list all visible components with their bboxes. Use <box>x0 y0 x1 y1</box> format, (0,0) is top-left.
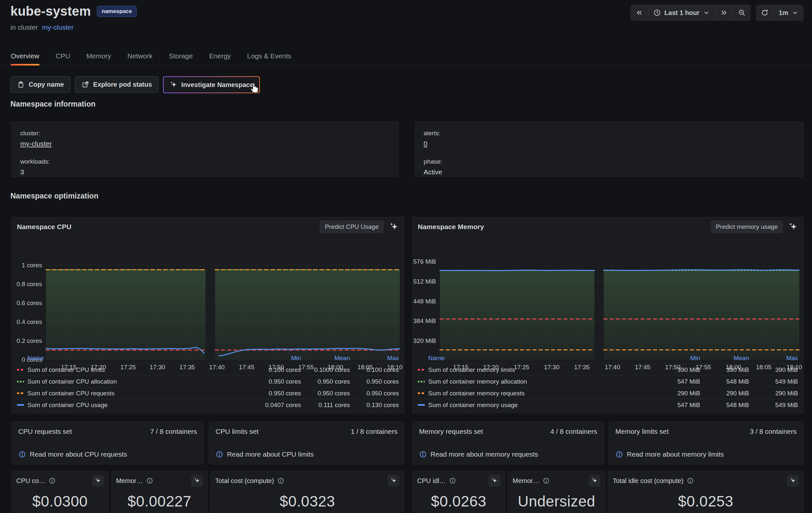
memory-requests-set-card: Memory requests set4 / 8 containersRead … <box>412 421 604 464</box>
svg-text:512 MiB: 512 MiB <box>413 278 436 285</box>
refresh-icon <box>761 9 768 17</box>
info-circle-icon[interactable] <box>277 477 284 484</box>
legend-value: 0.950 cores <box>252 390 301 397</box>
legend-value: 0.950 cores <box>350 378 399 385</box>
predict-cpu-button[interactable]: Predict CPU Usage <box>320 220 384 233</box>
read-more-link[interactable]: Read more about memory limits <box>615 450 724 458</box>
svg-text:0.8 cores: 0.8 cores <box>17 281 42 288</box>
time-shift-forward-button[interactable] <box>715 5 733 21</box>
legend-series-label[interactable]: Sum of container memory requests <box>418 390 651 397</box>
refresh-button[interactable] <box>756 5 774 21</box>
legend-value: 547 MiB <box>651 378 700 385</box>
tab-logs-events[interactable]: Logs & Events <box>247 47 291 65</box>
legend-value: 0.111 cores <box>301 401 350 409</box>
legend-value: 0.950 cores <box>252 378 301 385</box>
tab-network[interactable]: Network <box>127 47 153 65</box>
legend-value: 547 MiB <box>651 401 700 409</box>
sparkle-icon <box>94 478 101 484</box>
info-circle-icon <box>146 477 153 484</box>
stat-title: Memor… <box>116 477 143 485</box>
subtitle-prefix: in cluster <box>10 24 38 31</box>
read-more-label: Read more about memory limits <box>627 450 724 458</box>
legend-value: 549 MiB <box>749 401 798 409</box>
stat-title: Total idle cost (compute) <box>613 477 684 485</box>
stat-value: Undersized <box>508 492 605 510</box>
legend-series-label[interactable]: Sum of container CPU limits <box>17 366 252 373</box>
ai-sparkle-button[interactable] <box>92 475 104 487</box>
tab-label: Logs & Events <box>247 52 291 60</box>
card-title: CPU limits set <box>215 428 259 435</box>
namespace-badge: namespace <box>97 6 137 17</box>
legend-value: 290 MiB <box>749 390 798 397</box>
legend-value: 548 MiB <box>700 401 749 409</box>
ai-sparkle-button[interactable] <box>388 475 400 487</box>
panel-header: Namespace MemoryPredict memory usage <box>412 217 803 236</box>
legend-header-max: Max <box>350 355 399 362</box>
ai-sparkle-button[interactable] <box>489 475 500 487</box>
info-circle-icon[interactable] <box>543 477 550 484</box>
legend-series-label[interactable]: Sum of container CPU usage <box>17 401 252 409</box>
memory-chart-canvas[interactable]: 576 MiB512 MiB448 MiB384 MiB320 MiB17:15… <box>412 236 803 370</box>
ai-sparkle-button[interactable] <box>389 222 399 232</box>
stat-value: $0.0253 <box>608 492 803 510</box>
ai-sparkle-button[interactable] <box>787 475 799 487</box>
legend-row: Sum of container memory allocation547 Mi… <box>418 375 798 387</box>
tab-storage[interactable]: Storage <box>169 47 193 65</box>
sparkle-icon <box>491 478 498 484</box>
time-range-picker[interactable]: Last 1 hour <box>648 5 715 21</box>
ai-sparkle-button[interactable] <box>191 475 203 487</box>
tab-overview[interactable]: Overview <box>11 47 39 65</box>
total-cost-compute-stat-panel: Total cost (compute)$0.0323 <box>210 471 404 513</box>
legend-row: Sum of container CPU requests0.950 cores… <box>17 387 399 399</box>
info-circle-icon[interactable] <box>449 477 456 484</box>
ai-sparkle-button[interactable] <box>589 475 600 487</box>
legend-row: Sum of container CPU usage0.0407 cores0.… <box>17 399 399 411</box>
card-count: 7 / 8 containers <box>150 428 197 435</box>
read-more-link[interactable]: Read more about memory requests <box>419 450 538 458</box>
tab-memory[interactable]: Memory <box>86 47 111 65</box>
info-circle-icon <box>687 477 694 484</box>
field-value[interactable]: 0 <box>424 140 795 148</box>
refresh-group: 1m <box>756 5 804 21</box>
legend-header-mean: Mean <box>301 355 350 362</box>
zoom-out-time-button[interactable] <box>733 5 751 21</box>
cluster-link[interactable]: my-cluster <box>42 24 74 31</box>
info-circle-icon[interactable] <box>687 477 694 484</box>
refresh-interval-picker[interactable]: 1m <box>774 5 804 21</box>
predict-memory-button[interactable]: Predict memory usage <box>710 220 783 233</box>
svg-text:576 MiB: 576 MiB <box>413 258 436 265</box>
explore-pod-status-button[interactable]: Explore pod status <box>75 76 158 93</box>
cpu-limits-set-card: CPU limits set1 / 8 containersRead more … <box>209 421 404 464</box>
memory-legend: NameMinMeanMaxSum of container memory li… <box>418 352 798 411</box>
legend-series-label[interactable]: Sum of container memory allocation <box>418 378 651 385</box>
info-circle-icon[interactable] <box>49 477 56 484</box>
info-section-heading: Namespace information <box>10 100 95 109</box>
time-shift-back-button[interactable] <box>630 5 648 21</box>
legend-header-name: Name <box>17 355 252 362</box>
card-count: 1 / 8 containers <box>351 428 398 435</box>
card-title: CPU requests set <box>18 428 72 435</box>
ai-sparkle-button[interactable] <box>788 222 798 232</box>
cpu-chart-canvas[interactable]: 1 cores0.8 cores0.6 cores0.4 cores0.2 co… <box>12 236 404 370</box>
legend-value: 0.130 cores <box>350 401 399 409</box>
info-circle-icon[interactable] <box>146 477 153 484</box>
tab-cpu[interactable]: CPU <box>56 47 70 65</box>
legend-value: 390 MiB <box>749 366 798 373</box>
copy-name-button[interactable]: Copy name <box>10 76 70 93</box>
button-label: Investigate Namespace <box>181 81 253 89</box>
series-swatch <box>17 369 24 370</box>
investigate-namespace-button[interactable]: Investigate Namespace <box>163 76 260 93</box>
read-more-link[interactable]: Read more about CPU requests <box>18 450 127 458</box>
legend-series-label[interactable]: Sum of container memory usage <box>418 401 651 409</box>
chevrons-right-icon <box>720 9 728 17</box>
legend-series-label[interactable]: Sum of container CPU allocation <box>17 378 252 385</box>
legend-series-label[interactable]: Sum of container memory limits <box>418 366 651 373</box>
tab-energy[interactable]: Energy <box>209 47 231 65</box>
card-title: Memory requests set <box>419 428 483 435</box>
info-circle-icon <box>543 477 550 484</box>
legend-series-label[interactable]: Sum of container CPU requests <box>17 390 252 397</box>
read-more-link[interactable]: Read more about CPU limits <box>215 450 314 458</box>
field-value[interactable]: my-cluster <box>20 140 390 148</box>
tab-bar: OverviewCPUMemoryNetworkStorageEnergyLog… <box>0 47 812 65</box>
dashboard-screen: kube-system namespace in cluster my-clus… <box>0 0 812 513</box>
